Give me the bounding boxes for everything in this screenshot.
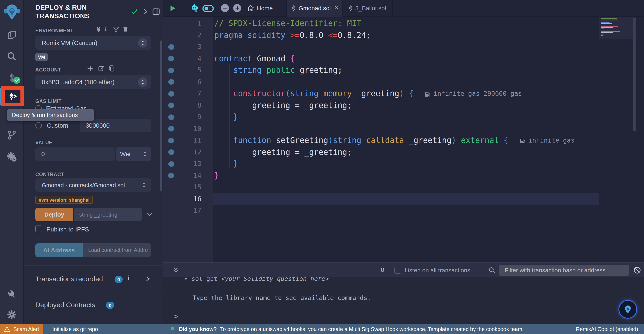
code-line[interactable]: greeting = _greeting;	[214, 146, 599, 158]
code-line[interactable]: contract Gmonad {	[214, 52, 599, 64]
pin-panel-icon[interactable]	[152, 8, 160, 17]
code-line[interactable]: pragma solidity >=0.8.0 <=0.8.24;	[214, 29, 599, 41]
zoom-in-icon[interactable]	[233, 4, 242, 14]
gutter-row[interactable]: 17	[163, 205, 214, 216]
account-copy-icon[interactable]	[108, 65, 115, 74]
gutter-row[interactable]: 4	[163, 52, 214, 64]
panel-scrollbar[interactable]	[160, 40, 162, 191]
gutter-row[interactable]: 6	[163, 76, 214, 88]
file-explorer-icon[interactable]	[0, 30, 24, 40]
editor-scrollbar[interactable]	[633, 17, 636, 131]
gutter-row[interactable]: 15	[163, 181, 214, 193]
contract-select[interactable]: Gmonad - contracts/Gmonad.sol	[35, 178, 151, 192]
gutter-row[interactable]: 8	[163, 99, 214, 111]
minimap[interactable]	[599, 16, 629, 262]
gutter-row[interactable]: 10	[163, 123, 214, 134]
publish-ipfs-checkbox[interactable]	[35, 226, 42, 232]
environment-select[interactable]: Remix VM (Cancun)	[35, 36, 151, 50]
environment-delete-icon[interactable]	[122, 26, 129, 34]
code-line[interactable]	[214, 41, 599, 52]
remix-logo-icon[interactable]	[0, 3, 24, 20]
transactions-info-icon[interactable]: i	[128, 275, 130, 282]
breakpoint-dot[interactable]	[168, 126, 174, 131]
breakpoint-dot[interactable]	[168, 91, 174, 96]
environment-plug-icon[interactable]	[96, 26, 102, 34]
code-lines[interactable]: // SPDX-License-Identifier: MITpragma so…	[214, 16, 599, 262]
breakpoint-dot[interactable]	[168, 102, 174, 108]
git-init-button[interactable]: Initialize as git repo	[52, 324, 98, 334]
breakpoint-dot[interactable]	[168, 114, 174, 120]
breakpoint-dot[interactable]	[168, 56, 174, 61]
listen-transactions-checkbox[interactable]	[394, 267, 401, 274]
account-stepper-icon[interactable]	[138, 77, 147, 88]
breakpoint-dot[interactable]	[168, 149, 174, 155]
value-unit-select[interactable]: Wei	[116, 147, 151, 161]
tab-gmonad-sol[interactable]: Gmonad.sol ✕	[286, 0, 343, 16]
code-line[interactable]	[214, 205, 599, 216]
gutter-row[interactable]: 11	[163, 134, 214, 146]
git-icon[interactable]	[0, 130, 24, 140]
value-input[interactable]	[35, 147, 114, 161]
gutter-row[interactable]: 16	[163, 193, 214, 205]
environment-info-icon[interactable]: i	[105, 26, 106, 33]
transaction-filter-input[interactable]	[499, 265, 629, 276]
account-select[interactable]: 0x5B3...eddC4 (100 ether)	[35, 75, 151, 89]
scam-alert-button[interactable]: Scam Alert	[0, 324, 43, 334]
code-line[interactable]: }	[214, 111, 599, 123]
environment-fork-icon[interactable]	[113, 26, 119, 34]
ai-robot-icon[interactable]	[190, 4, 200, 14]
tab-label[interactable]: 3_Ballot.sol	[355, 5, 386, 11]
breakpoint-dot[interactable]	[168, 44, 174, 49]
plugin-manager-icon[interactable]	[0, 289, 24, 300]
gutter-row[interactable]: 14	[163, 170, 214, 181]
settings-gear-icon[interactable]	[0, 310, 24, 320]
run-script-play-icon[interactable]	[169, 5, 176, 14]
code-editor[interactable]: 1234567891011121314151617 // SPDX-Licens…	[163, 16, 644, 262]
copilot-toggle-icon[interactable]	[202, 5, 214, 14]
code-line[interactable]	[214, 181, 599, 193]
gutter-row[interactable]: 12	[163, 146, 214, 158]
code-line[interactable]	[214, 193, 599, 205]
environment-stepper-icon[interactable]	[138, 38, 147, 49]
breakpoint-dot[interactable]	[168, 138, 174, 143]
breakpoint-dot[interactable]	[168, 79, 174, 85]
solidity-unit-testing-icon[interactable]	[0, 151, 24, 162]
gutter-row[interactable]: 9	[163, 111, 214, 123]
code-line[interactable]: string public greeting;	[214, 64, 599, 76]
custom-gas-radio[interactable]	[35, 122, 42, 128]
panel-expand-chevron-icon[interactable]	[142, 8, 149, 16]
terminal-search-icon[interactable]	[488, 267, 495, 275]
code-line[interactable]	[214, 123, 599, 134]
account-edit-icon[interactable]	[98, 65, 105, 74]
gutter-row[interactable]: 13	[163, 158, 214, 170]
clear-terminal-icon[interactable]	[633, 266, 641, 276]
deploy-run-highlight-box[interactable]	[1, 86, 24, 106]
code-line[interactable]	[214, 76, 599, 88]
code-line[interactable]: greeting = _greeting;	[214, 99, 599, 111]
at-address-input[interactable]	[83, 243, 151, 257]
gutter-row[interactable]: 1	[163, 17, 214, 29]
code-line[interactable]: // SPDX-License-Identifier: MIT	[214, 17, 599, 29]
terminal-output[interactable]: • sol-gpt <your Solidity question here> …	[163, 277, 644, 324]
home-icon[interactable]	[246, 4, 255, 14]
transactions-expand-icon[interactable]	[145, 276, 151, 283]
search-icon[interactable]	[0, 51, 24, 61]
deploy-expand-chevron-icon[interactable]	[146, 211, 153, 220]
deploy-run-icon[interactable]	[5, 90, 20, 103]
deploy-arg-input[interactable]	[74, 208, 142, 221]
copilot-status[interactable]: RemixAI Copilot (enabled)	[576, 324, 638, 334]
at-address-button[interactable]: At Address	[35, 243, 83, 257]
breakpoint-dot[interactable]	[168, 161, 174, 167]
gutter-row[interactable]: 7	[163, 88, 214, 99]
zoom-out-icon[interactable]	[221, 4, 229, 14]
code-line[interactable]: constructor(string memory _greeting) {in…	[214, 88, 599, 99]
home-tab-label[interactable]: Home	[257, 5, 273, 11]
code-line[interactable]: function setGreeting(string calldata _gr…	[214, 134, 599, 146]
tab-label[interactable]: Gmonad.sol	[298, 5, 331, 11]
breakpoint-dot[interactable]	[168, 67, 174, 73]
account-add-icon[interactable]	[87, 65, 94, 74]
tab-ballot-sol[interactable]: 3_Ballot.sol	[344, 0, 393, 16]
breakpoint-dot[interactable]	[168, 173, 174, 178]
remix-ai-assistant-button[interactable]	[618, 300, 637, 319]
gutter-row[interactable]: 3	[163, 41, 214, 52]
